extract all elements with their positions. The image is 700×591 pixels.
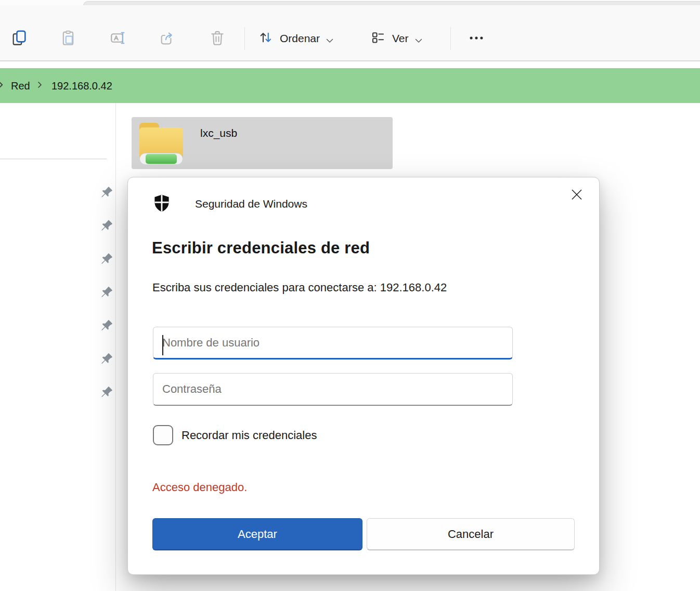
view-button[interactable]: Ver — [370, 24, 422, 53]
pin-icon[interactable] — [99, 386, 113, 400]
windows-security-dialog: Seguridad de Windows Escribir credencial… — [127, 177, 600, 575]
view-label: Ver — [392, 32, 409, 45]
password-field[interactable] — [153, 373, 513, 406]
folder-icon — [139, 123, 183, 165]
toolbar-divider — [244, 27, 245, 50]
chevron-down-icon — [415, 33, 422, 46]
toolbar-divider — [450, 27, 451, 50]
pin-icon[interactable] — [99, 352, 113, 367]
breadcrumb-chevron-icon — [0, 81, 5, 91]
close-button[interactable] — [564, 183, 589, 208]
share-button[interactable] — [154, 25, 181, 52]
rename-icon — [109, 29, 127, 48]
paste-button[interactable] — [55, 25, 82, 52]
copy-icon — [10, 29, 28, 48]
breadcrumb-item-red[interactable]: Red — [11, 80, 30, 92]
accept-button[interactable]: Aceptar — [152, 518, 362, 550]
pin-icon[interactable] — [99, 286, 113, 300]
dialog-heading: Escribir credenciales de red — [152, 239, 370, 258]
dialog-subtitle: Escriba sus credenciales para conectarse… — [152, 281, 447, 294]
view-icon — [370, 30, 386, 48]
delete-icon — [209, 29, 226, 48]
navigation-pane-separator — [0, 159, 107, 159]
breadcrumb-item-address[interactable]: 192.168.0.42 — [51, 80, 112, 92]
tab-strip — [0, 0, 700, 5]
delete-button[interactable] — [204, 25, 231, 52]
sort-label: Ordenar — [280, 32, 320, 45]
more-options-button[interactable] — [463, 25, 490, 52]
cancel-button[interactable]: Cancelar — [367, 518, 575, 550]
dialog-title: Seguridad de Windows — [195, 198, 307, 210]
remember-credentials-checkbox[interactable] — [153, 425, 173, 445]
content-area: lxc_usb Seguridad de Windows — [0, 103, 700, 591]
remember-credentials-label: Recordar mis credenciales — [182, 429, 317, 442]
share-icon — [159, 29, 176, 48]
pin-icon[interactable] — [99, 219, 113, 234]
sort-button[interactable]: Ordenar — [258, 24, 333, 53]
pin-icon[interactable] — [99, 319, 113, 333]
command-toolbar: Ordenar Ver — [0, 5, 700, 61]
chevron-down-icon — [326, 33, 333, 46]
more-options-icon — [468, 29, 485, 48]
copy-button[interactable] — [6, 25, 33, 52]
close-icon — [570, 188, 584, 203]
paste-icon — [59, 29, 77, 48]
file-explorer-window: Ordenar Ver — [0, 0, 700, 591]
pin-icon[interactable] — [99, 252, 113, 267]
windows-shield-icon — [153, 194, 171, 213]
sort-icon — [258, 30, 274, 48]
breadcrumb-chevron-icon — [37, 81, 43, 91]
file-item-lxc-usb[interactable]: lxc_usb — [132, 117, 393, 169]
username-field[interactable] — [153, 327, 513, 359]
file-name-label: lxc_usb — [200, 127, 237, 139]
navigation-pane-divider — [115, 103, 116, 591]
rename-button[interactable] — [105, 25, 132, 52]
address-bar[interactable]: Red 192.168.0.42 — [0, 68, 700, 103]
pin-icon[interactable] — [99, 186, 113, 200]
error-message: Acceso denegado. — [152, 481, 247, 494]
